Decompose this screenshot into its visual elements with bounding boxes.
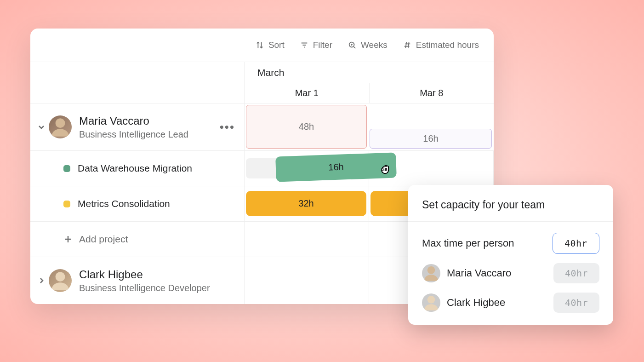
max-time-label: Max time per person bbox=[422, 237, 514, 249]
person-name: Clark Higbee bbox=[79, 267, 210, 282]
avatar bbox=[49, 115, 72, 138]
capacity-cell[interactable]: 16h bbox=[370, 129, 492, 149]
member-hours-pill[interactable]: 40hr bbox=[553, 263, 599, 283]
person-role: Business Intelligence Developer bbox=[79, 282, 210, 294]
person-role: Business Intelligence Lead bbox=[79, 128, 188, 140]
project-color-chip bbox=[63, 201, 70, 207]
filter-icon bbox=[300, 41, 308, 49]
week-label: Mar 1 bbox=[245, 83, 370, 103]
svg-point-3 bbox=[427, 266, 435, 274]
zoom-icon bbox=[348, 41, 356, 49]
person-name: Maria Vaccaro bbox=[79, 114, 188, 128]
member-name: Maria Vaccaro bbox=[447, 267, 511, 279]
project-color-chip bbox=[63, 165, 70, 172]
max-time-input[interactable]: 40hr bbox=[553, 233, 599, 254]
member-name: Clark Higbee bbox=[447, 297, 505, 309]
filter-label: Filter bbox=[313, 40, 332, 50]
add-project-label: Add project bbox=[79, 234, 128, 245]
member-hours-pill[interactable]: 40hr bbox=[553, 293, 599, 313]
plus-icon bbox=[63, 235, 73, 244]
chevron-down-icon[interactable] bbox=[37, 122, 46, 132]
week-label: Mar 8 bbox=[370, 83, 494, 103]
avatar bbox=[49, 269, 72, 292]
project-name[interactable]: Metrics Consolidation bbox=[78, 198, 170, 209]
task-block[interactable]: 32h bbox=[246, 191, 366, 216]
filter-button[interactable]: Filter bbox=[300, 40, 332, 50]
toolbar: Sort Filter Weeks Estimated hours bbox=[30, 29, 494, 62]
zoom-label: Weeks bbox=[361, 40, 388, 50]
svg-point-4 bbox=[427, 296, 435, 304]
task-hours-label: 16h bbox=[328, 161, 344, 172]
more-actions-button[interactable]: ••• bbox=[220, 120, 235, 134]
task-hours-label: 32h bbox=[298, 198, 313, 209]
capacity-cell-over[interactable]: 48h bbox=[246, 105, 367, 149]
measure-button[interactable]: Estimated hours bbox=[403, 40, 479, 50]
sort-label: Sort bbox=[268, 40, 285, 50]
sort-button[interactable]: Sort bbox=[256, 40, 285, 50]
svg-point-1 bbox=[56, 118, 65, 128]
svg-point-2 bbox=[56, 272, 65, 282]
zoom-button[interactable]: Weeks bbox=[348, 40, 388, 50]
chevron-right-icon[interactable] bbox=[37, 276, 46, 285]
popup-title: Set capacity for your team bbox=[422, 199, 599, 211]
timeline-header: March Mar 1 Mar 8 bbox=[30, 62, 494, 103]
divider bbox=[408, 221, 613, 222]
project-name[interactable]: Data Warehouse Migration bbox=[78, 163, 192, 174]
set-capacity-popup: Set capacity for your team Max time per … bbox=[408, 185, 613, 325]
grab-cursor-icon bbox=[379, 164, 393, 176]
month-label: March bbox=[245, 62, 494, 83]
hash-icon bbox=[403, 41, 411, 49]
avatar bbox=[422, 293, 440, 312]
avatar bbox=[422, 264, 440, 282]
project-row: Data Warehouse Migration 16h bbox=[30, 151, 494, 186]
person-row: Maria Vaccaro Business Intelligence Lead… bbox=[30, 103, 494, 151]
measure-label: Estimated hours bbox=[416, 40, 479, 50]
sort-icon bbox=[256, 41, 264, 49]
task-block-dragging[interactable]: 16h bbox=[275, 152, 397, 182]
